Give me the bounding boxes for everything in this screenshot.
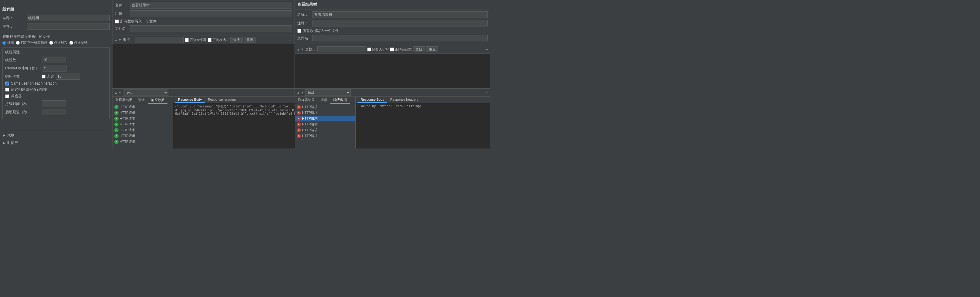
list-item-selected[interactable]: ✕ HTTP请求 (295, 116, 355, 121)
list-item[interactable]: ✕ HTTP请求 (295, 121, 355, 127)
rp-case-sensitive-label[interactable]: 区分大小写 (367, 47, 389, 52)
right-panel: 查看结果树 名称： 注释： 所有数据写入一个文件 文件名 ▲ ▼ 查找： 区分大… (295, 0, 490, 148)
ramp-up-input[interactable] (43, 65, 67, 72)
mp-search-toolbar: ▲ ▼ 查找： 区分大小写 正则表达式 查找 重置 ··· (113, 36, 294, 44)
thread-count-row: 线程数： (5, 57, 107, 63)
mp-search-input[interactable] (135, 37, 184, 43)
delay-start-row: 启动延迟（秒） (5, 109, 107, 115)
drag-handle[interactable]: ⋮ (2, 2, 5, 7)
rp-more-options-icon[interactable]: ··· (485, 47, 488, 52)
forever-checkbox-label[interactable]: 永远 (41, 74, 54, 79)
tab-sampler-result[interactable]: 取样器结果 (113, 97, 135, 104)
mp-case-sensitive-checkbox[interactable] (185, 38, 189, 42)
timeline-arrow-icon: ▶ (3, 141, 5, 145)
timeline-label: 时间线 (7, 140, 18, 145)
rp-tab-sampler-result[interactable]: 取样器结果 (295, 97, 318, 104)
same-user-label: Same user on each iteration (11, 81, 57, 86)
list-item[interactable]: ✕ HTTP请求 (295, 133, 355, 139)
radio-stop-thread[interactable]: 停止线程 (49, 40, 67, 45)
name-input[interactable] (27, 14, 110, 21)
rp-regex-checkbox[interactable] (390, 48, 394, 51)
delay-start-label: 启动延迟（秒） (5, 110, 41, 115)
list-item[interactable]: ✓ HTTP请求 (113, 104, 173, 110)
radio-stop-test[interactable]: 停止测试 (69, 40, 88, 45)
rp-filename-input[interactable] (312, 35, 488, 42)
rp-all-data-row: 所有数据写入一个文件 (297, 28, 488, 34)
mp-regex-checkbox[interactable] (208, 38, 212, 42)
rp-reset-button[interactable]: 重置 (426, 46, 438, 52)
mp-filename-input[interactable] (130, 25, 292, 32)
rp-tab-request[interactable]: 请求 (318, 97, 331, 104)
rp-find-button[interactable]: 查找 (413, 46, 425, 52)
list-item[interactable]: ✓ HTTP请求 (113, 116, 173, 121)
mp-find-button[interactable]: 查找 (231, 37, 243, 43)
mp-more-options-icon[interactable]: ··· (289, 37, 293, 42)
mp-regex-label[interactable]: 正则表达式 (208, 38, 229, 42)
rp-top-form: 名称： 注释： 所有数据写入一个文件 文件名 (295, 10, 490, 45)
delay-create-checkbox[interactable] (5, 88, 9, 92)
mp-case-sensitive-label[interactable]: 区分大小写 (185, 38, 207, 42)
rp-comment-input[interactable] (312, 20, 488, 27)
rp-format-dropdown[interactable]: Text (305, 89, 351, 96)
mp-comment-input[interactable] (130, 10, 292, 17)
scheduler-checkbox[interactable] (5, 94, 9, 98)
list-item[interactable]: ✕ HTTP请求 (295, 110, 355, 116)
rp-comment-label: 注释： (297, 21, 312, 26)
mp-name-row: 名称： (115, 2, 292, 8)
mp-name-input[interactable] (130, 2, 292, 8)
mp-reset-button[interactable]: 重置 (244, 37, 256, 43)
list-item[interactable]: ✕ HTTP请求 (295, 104, 355, 110)
scheduler-row: 调度器 (5, 94, 107, 99)
tab-response-data[interactable]: 响应数据 (148, 97, 167, 104)
mp-all-data-checkbox[interactable] (115, 19, 119, 24)
scheduler-label: 调度器 (11, 94, 22, 99)
radio-continue[interactable]: 继续 (2, 40, 14, 45)
same-user-checkbox[interactable] (5, 81, 9, 86)
rp-bottom-toolbar: ▲ ▼ Text ··· (295, 89, 490, 97)
rp-bottom-more-icon[interactable]: ··· (485, 90, 488, 95)
mp-expand-arrows: ▲ ▼ (114, 38, 122, 42)
mp-format-dropdown[interactable]: Text (123, 89, 169, 96)
mp-main-content (113, 44, 294, 88)
radio-next-loop[interactable]: 启动下一进程循环 (16, 40, 48, 45)
action-label: 在取样器错误后要执行的动作 (2, 34, 110, 39)
list-item[interactable]: ✓ HTTP请求 (113, 110, 173, 116)
rp-case-sensitive-checkbox[interactable] (367, 48, 371, 51)
list-item[interactable]: ✓ HTTP请求 (113, 139, 173, 145)
tab-response-body[interactable]: Response Body (175, 97, 205, 103)
tab-response-headers[interactable]: Response headers (205, 97, 239, 103)
list-item[interactable]: ✕ HTTP请求 (295, 127, 355, 133)
thread-count-input[interactable] (41, 57, 66, 63)
outline-arrow-icon: ▶ (3, 134, 5, 137)
duration-input[interactable] (41, 101, 66, 107)
outline-link[interactable]: ▶ 大纲 (2, 131, 110, 139)
rp-name-input[interactable] (312, 11, 488, 18)
tab-request[interactable]: 请求 (135, 97, 148, 104)
rp-tab-response-data[interactable]: 响应数据 (331, 97, 350, 104)
thread-props-section: 线程属性 线程数： Ramp-Up时间（秒）： 循环次数 永远 Same use… (2, 48, 110, 119)
rp-tab-response-headers[interactable]: Response headers (387, 97, 421, 103)
rp-response-content: Blocked by Sentinel (flow limiting) (356, 103, 490, 148)
rp-all-data-checkbox[interactable] (297, 29, 301, 33)
comment-input[interactable] (27, 23, 110, 30)
list-item[interactable]: ✓ HTTP请求 (113, 127, 173, 133)
forever-checkbox[interactable] (41, 75, 46, 78)
mp-filename-row: 文件名 (115, 25, 292, 32)
status-green-icon: ✓ (114, 117, 119, 121)
loop-count-input[interactable] (56, 73, 80, 80)
delay-create-label: 延迟创建线程直到需要 (11, 87, 48, 92)
timeline-link[interactable]: ▶ 时间线 (2, 139, 110, 147)
mp-all-data-label: 所有数据写入一个文件 (120, 19, 156, 24)
rp-results-area: 取样器结果 请求 响应数据 ✕ HTTP请求 ✕ HTTP请求 ✕ H (295, 97, 490, 148)
mp-top-form: 名称： 注释： 所有数据写入一个文件 文件名 (113, 0, 294, 36)
delay-start-input[interactable] (41, 109, 66, 115)
rp-regex-label[interactable]: 正则表达式 (390, 47, 412, 52)
mp-bottom-more-icon[interactable]: ··· (289, 90, 293, 95)
list-item[interactable]: ✓ HTTP请求 (113, 133, 173, 139)
status-red-icon: ✕ (297, 128, 301, 133)
rp-search-input[interactable] (317, 46, 366, 52)
rp-tab-response-body[interactable]: Response Body (358, 97, 387, 103)
rp-search-toolbar: ▲ ▼ 查找： 区分大小写 正则表达式 查找 重置 ··· (295, 45, 490, 54)
mp-result-tabs: 取样器结果 请求 响应数据 (113, 97, 173, 104)
list-item[interactable]: ✓ HTTP请求 (113, 121, 173, 127)
